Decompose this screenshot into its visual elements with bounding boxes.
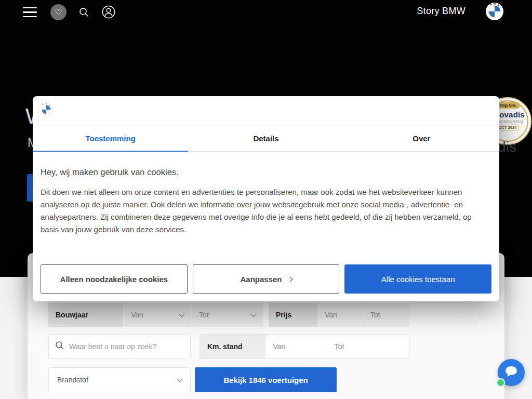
bouwjaar-filter-group: Bouwjaar Van Tot	[48, 303, 263, 327]
bouwjaar-tot-value: Tot	[199, 311, 209, 319]
bouwjaar-van-select[interactable]: Van	[123, 303, 191, 327]
prijs-van-placeholder: Van	[325, 311, 337, 319]
accept-all-cookies-button[interactable]: Alle cookies toestaan	[344, 264, 491, 294]
bouwjaar-tot-select[interactable]: Tot	[191, 303, 263, 327]
cookie-heading: Hey, wij maken gebruik van cookies.	[41, 167, 491, 177]
site-title[interactable]: Story BMW	[417, 6, 466, 17]
bmw-logo-icon: B M W	[39, 103, 53, 118]
customize-label: Aanpassen	[240, 275, 282, 284]
km-tot-field[interactable]	[327, 335, 409, 358]
search-icon[interactable]	[78, 7, 89, 20]
svg-text:M: M	[45, 103, 47, 105]
dialog-header: B M W	[33, 96, 499, 125]
prijs-filter-group: Prijs Van Tot	[269, 303, 410, 327]
cookie-button-row: Alleen noodzakelijke cookies Aanpassen A…	[41, 264, 491, 294]
online-status-indicator	[496, 378, 505, 387]
heart-icon: ♡	[55, 7, 62, 17]
view-vehicles-button[interactable]: Bekijk 1846 voertuigen	[195, 367, 337, 392]
ecovadis-date: OCT 2024	[496, 125, 520, 130]
menu-icon[interactable]	[23, 7, 37, 17]
km-stand-filter-group: Km. stand	[200, 334, 410, 359]
account-icon[interactable]	[102, 5, 115, 21]
tab-details[interactable]: Details	[188, 125, 343, 151]
brandstof-value: Brandstof	[57, 376, 88, 384]
chevron-down-icon	[250, 311, 256, 317]
bouwjaar-label: Bouwjaar	[48, 303, 123, 327]
cookie-consent-dialog: B M W Toestemming Details Over Hey, wij …	[33, 96, 499, 301]
tab-toestemming[interactable]: Toestemming	[33, 125, 188, 151]
brandstof-select[interactable]: Brandstof	[48, 367, 191, 392]
necessary-cookies-button[interactable]: Alleen noodzakelijke cookies	[41, 264, 188, 294]
chevron-right-icon	[287, 276, 292, 282]
km-stand-label: Km. stand	[200, 335, 265, 358]
chevron-down-icon	[179, 311, 184, 317]
prijs-label: Prijs	[269, 303, 317, 327]
svg-text:M: M	[494, 3, 496, 5]
chevron-down-icon	[177, 376, 182, 382]
km-tot-input[interactable]	[335, 342, 402, 351]
bouwjaar-van-value: Van	[131, 311, 143, 319]
keyword-search-field[interactable]	[48, 334, 191, 359]
km-van-field[interactable]	[265, 335, 326, 358]
customize-cookies-button[interactable]: Aanpassen	[193, 264, 340, 294]
cookie-body-text: Dit doen we niet alleen om onze content …	[41, 186, 486, 236]
search-icon	[55, 341, 64, 352]
prijs-tot-placeholder: Tot	[370, 311, 380, 319]
bmw-logo-icon[interactable]: B M W	[486, 3, 503, 22]
search-input[interactable]	[69, 342, 184, 351]
tab-over[interactable]: Over	[344, 125, 499, 151]
km-van-input[interactable]	[273, 342, 319, 351]
prijs-tot-input[interactable]: Tot	[363, 303, 410, 327]
top-navigation-bar: ♡ Story BMW B M W	[0, 0, 532, 24]
chat-bubble-icon	[504, 365, 518, 380]
prijs-van-input[interactable]: Van	[317, 303, 363, 327]
favorites-button[interactable]: ♡	[50, 4, 66, 20]
dialog-tabs: Toestemming Details Over	[33, 125, 499, 152]
